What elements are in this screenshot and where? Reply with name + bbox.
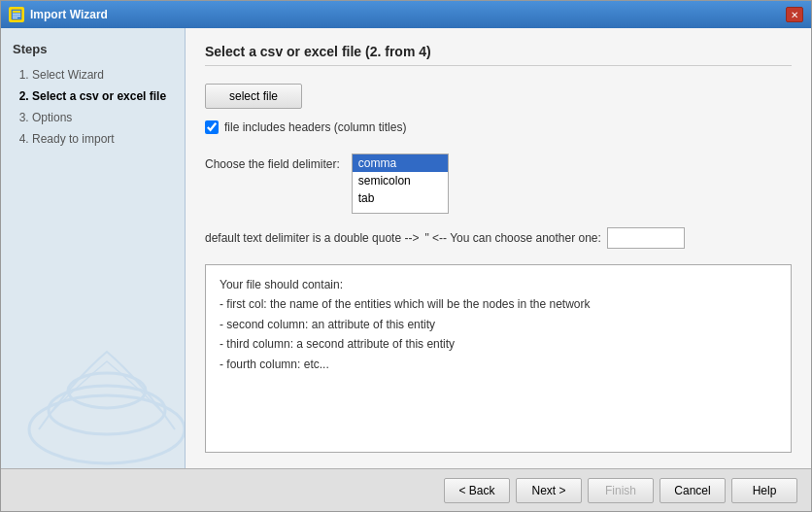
svg-rect-3 (13, 16, 20, 17)
content-area: Steps Select Wizard Select a csv or exce… (1, 28, 811, 468)
info-line-1: Your file should contain: (220, 275, 777, 294)
svg-rect-1 (13, 11, 20, 13)
svg-rect-2 (13, 14, 20, 15)
delimiter-listbox[interactable]: comma semicolon tab (352, 154, 449, 214)
delimiter-section: Choose the field delimiter: comma semico… (205, 154, 792, 214)
delimiter-option-tab[interactable]: tab (353, 189, 448, 207)
info-box: Your file should contain: - first col: t… (205, 264, 792, 453)
info-line-2: - first col: the name of the entities wh… (220, 294, 777, 314)
text-delimiter-input[interactable] (607, 227, 685, 249)
title-bar: Import Wizard ✕ (1, 1, 811, 28)
info-line-4: - third column: a second attribute of th… (220, 334, 777, 354)
help-button[interactable]: Help (731, 478, 797, 503)
step-3: Options (32, 109, 173, 126)
delimiter-option-semicolon[interactable]: semicolon (353, 172, 448, 189)
info-line-3: - second column: an attribute of this en… (220, 315, 777, 334)
info-line-5: - fourth column: etc... (220, 355, 777, 374)
watermark-icon (19, 332, 186, 468)
headers-checkbox[interactable] (205, 120, 219, 134)
close-button[interactable]: ✕ (786, 7, 803, 22)
step-2: Select a csv or excel file (32, 87, 173, 105)
main-content: Select a csv or excel file (2. from 4) s… (186, 28, 811, 468)
next-button[interactable]: Next > (516, 478, 582, 503)
select-file-button[interactable]: select file (205, 84, 302, 109)
window-title: Import Wizard (30, 8, 108, 21)
delimiter-option-comma[interactable]: comma (353, 154, 448, 172)
steps-list: Select Wizard Select a csv or excel file… (13, 66, 173, 148)
sidebar-heading: Steps (13, 42, 173, 56)
text-delimiter-row: default text delimiter is a double quote… (205, 227, 792, 249)
text-delimiter-arrow: " <-- You can choose another one: (424, 231, 600, 245)
svg-rect-4 (13, 17, 17, 18)
step-4: Ready to import (32, 130, 173, 148)
step-1: Select Wizard (32, 66, 173, 84)
app-icon (9, 7, 24, 22)
footer: < Back Next > Finish Cancel Help (1, 468, 811, 511)
cancel-button[interactable]: Cancel (660, 478, 726, 503)
headers-checkbox-label: file includes headers (column titles) (224, 120, 406, 134)
sidebar: Steps Select Wizard Select a csv or exce… (1, 28, 186, 468)
text-delimiter-label: default text delimiter is a double quote… (205, 231, 419, 245)
import-wizard-window: Import Wizard ✕ Steps Select Wizard Sele… (0, 0, 812, 512)
finish-button[interactable]: Finish (588, 478, 654, 503)
headers-checkbox-row: file includes headers (column titles) (205, 120, 792, 134)
svg-point-5 (29, 395, 185, 463)
title-bar-left: Import Wizard (9, 7, 108, 22)
delimiter-label: Choose the field delimiter: (205, 154, 340, 171)
back-button[interactable]: < Back (444, 478, 510, 503)
page-title: Select a csv or excel file (2. from 4) (205, 44, 792, 66)
